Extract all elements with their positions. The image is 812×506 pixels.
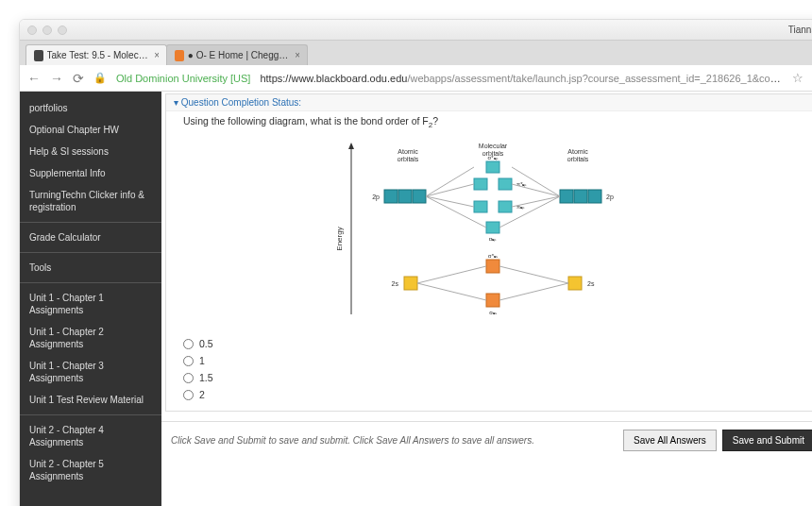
sidebar-item[interactable]: Unit 1 Test Review Material bbox=[20, 389, 161, 411]
svg-rect-36 bbox=[568, 277, 582, 290]
svg-rect-34 bbox=[404, 277, 417, 290]
answer-option[interactable]: 0.5 bbox=[183, 335, 803, 352]
svg-text:σ*₂ₚ: σ*₂ₚ bbox=[487, 155, 498, 160]
svg-text:Atomic: Atomic bbox=[567, 148, 588, 155]
svg-text:σ₂ₚ: σ₂ₚ bbox=[489, 236, 498, 242]
favicon-icon bbox=[175, 50, 184, 61]
main-panel: ▾ Question Completion Status: Using the … bbox=[161, 92, 812, 506]
sidebar-item[interactable]: Tools bbox=[20, 257, 161, 278]
answer-option[interactable]: 1.5 bbox=[183, 369, 803, 386]
url-path: /webapps/assessment/take/launch.jsp?cour… bbox=[407, 73, 783, 84]
divider bbox=[20, 222, 161, 223]
sidebar-item[interactable]: Unit 1 - Chapter 2 Assignments bbox=[20, 321, 161, 355]
question-container: ▾ Question Completion Status: Using the … bbox=[165, 93, 812, 412]
svg-rect-38 bbox=[486, 260, 499, 273]
radio-input[interactable] bbox=[183, 356, 194, 366]
sidebar-item[interactable]: Help & SI sessions bbox=[20, 141, 161, 162]
svg-rect-14 bbox=[588, 190, 601, 203]
svg-marker-1 bbox=[348, 143, 354, 149]
browser-tab-active[interactable]: Take Test: 9.5 - Molecular Orbi × bbox=[25, 44, 167, 65]
browser-tab[interactable]: ● O- E Home | Chegg.com @ × bbox=[166, 44, 308, 65]
browser-window: Tianna Take Test: 9.5 - Molecular Orbi ×… bbox=[19, 19, 812, 506]
sidebar-item[interactable]: TurningTechn Clicker info & registration bbox=[20, 184, 161, 218]
sidebar-item[interactable]: Unit 2 - Chapter 4 Assignments bbox=[20, 419, 161, 453]
divider bbox=[20, 414, 161, 415]
svg-text:orbitals: orbitals bbox=[567, 156, 589, 162]
svg-line-43 bbox=[417, 283, 486, 300]
answer-list: 0.5 1 1.5 2 bbox=[183, 335, 803, 403]
svg-rect-24 bbox=[486, 222, 499, 233]
radio-input[interactable] bbox=[183, 373, 194, 383]
svg-text:2s: 2s bbox=[392, 280, 399, 287]
svg-text:orbitals: orbitals bbox=[398, 156, 419, 162]
window-titlebar: Tianna bbox=[20, 20, 812, 41]
footer-bar: Click Save and Submit to save and submit… bbox=[161, 421, 812, 459]
close-tab-icon[interactable]: × bbox=[295, 50, 299, 60]
divider bbox=[20, 282, 161, 283]
svg-text:σ₂ₛ: σ₂ₛ bbox=[489, 310, 497, 315]
back-icon[interactable]: ← bbox=[27, 71, 41, 86]
radio-input[interactable] bbox=[183, 339, 194, 349]
svg-rect-9 bbox=[398, 190, 412, 203]
svg-rect-13 bbox=[574, 190, 587, 203]
question-status-header[interactable]: ▾ Question Completion Status: bbox=[166, 94, 812, 111]
question-prompt: Using the following diagram, what is the… bbox=[183, 115, 803, 129]
forward-icon[interactable]: → bbox=[50, 71, 63, 86]
url-host: https://www.blackboard.odu.edu bbox=[260, 73, 407, 84]
svg-rect-22 bbox=[499, 201, 512, 212]
sidebar-item[interactable]: Unit 2 - Chapter 5 Assignments bbox=[20, 453, 161, 487]
footer-hint: Click Save and Submit to save and submit… bbox=[171, 435, 617, 446]
svg-rect-18 bbox=[474, 178, 487, 190]
minimize-dot[interactable] bbox=[42, 25, 52, 35]
svg-text:σ*₂ₛ: σ*₂ₛ bbox=[488, 253, 498, 259]
svg-line-26 bbox=[426, 167, 474, 196]
svg-line-28 bbox=[426, 196, 474, 207]
svg-rect-12 bbox=[560, 190, 573, 203]
sidebar-item[interactable]: Optional Chapter HW bbox=[20, 119, 161, 141]
mo-diagram: Energy Atomic orbitals Molecular orbital… bbox=[332, 135, 653, 324]
tab-title: O- E Home | Chegg.com @ bbox=[196, 50, 290, 60]
energy-axis-label: Energy bbox=[335, 227, 344, 250]
content-area: portfolios Optional Chapter HW Help & SI… bbox=[20, 92, 812, 506]
save-submit-button[interactable]: Save and Submit bbox=[722, 430, 812, 451]
svg-line-42 bbox=[417, 266, 486, 283]
svg-rect-21 bbox=[474, 201, 487, 212]
question-body: Using the following diagram, what is the… bbox=[166, 111, 812, 411]
url-field[interactable]: https://www.blackboard.odu.edu/webapps/a… bbox=[260, 73, 783, 84]
reload-icon[interactable]: ⟳ bbox=[73, 71, 84, 86]
close-tab-icon[interactable]: × bbox=[154, 50, 159, 60]
svg-rect-10 bbox=[413, 190, 426, 203]
svg-line-44 bbox=[499, 266, 568, 283]
svg-line-31 bbox=[512, 184, 560, 196]
answer-option[interactable]: 2 bbox=[183, 386, 803, 403]
sidebar-item[interactable]: Grade Calculator bbox=[20, 227, 161, 248]
svg-text:2p: 2p bbox=[372, 194, 380, 201]
svg-text:2s: 2s bbox=[587, 280, 595, 287]
tab-strip: Take Test: 9.5 - Molecular Orbi × ● O- E… bbox=[20, 41, 812, 65]
secure-label: Old Dominion University [US] bbox=[116, 73, 250, 84]
address-bar: ← → ⟳ 🔒 Old Dominion University [US] htt… bbox=[20, 65, 812, 92]
svg-rect-8 bbox=[384, 190, 398, 203]
answer-option[interactable]: 1 bbox=[183, 352, 803, 369]
sidebar-item[interactable]: portfolios bbox=[20, 97, 161, 119]
svg-text:Atomic: Atomic bbox=[398, 148, 418, 155]
sidebar-item[interactable]: Supplemental Info bbox=[20, 162, 161, 184]
lock-icon: 🔒 bbox=[93, 72, 107, 84]
svg-line-45 bbox=[499, 283, 568, 300]
svg-rect-40 bbox=[486, 294, 499, 307]
svg-rect-19 bbox=[499, 178, 512, 190]
sidebar: portfolios Optional Chapter HW Help & SI… bbox=[20, 92, 161, 506]
svg-line-32 bbox=[512, 196, 560, 207]
svg-line-27 bbox=[426, 184, 474, 196]
user-label: Tianna bbox=[788, 25, 812, 35]
sidebar-item[interactable]: Unit 1 - Chapter 1 Assignments bbox=[20, 287, 161, 321]
radio-input[interactable] bbox=[183, 390, 194, 400]
tab-title: Take Test: 9.5 - Molecular Orbi bbox=[47, 50, 149, 60]
zoom-dot[interactable] bbox=[58, 25, 67, 35]
save-all-button[interactable]: Save All Answers bbox=[623, 430, 717, 451]
close-dot[interactable] bbox=[27, 25, 37, 35]
sidebar-item[interactable]: Unit 1 - Chapter 3 Assignments bbox=[20, 355, 161, 389]
svg-text:2p: 2p bbox=[606, 194, 614, 201]
favicon-icon bbox=[34, 50, 43, 61]
bookmark-icon[interactable]: ☆ bbox=[792, 71, 804, 85]
